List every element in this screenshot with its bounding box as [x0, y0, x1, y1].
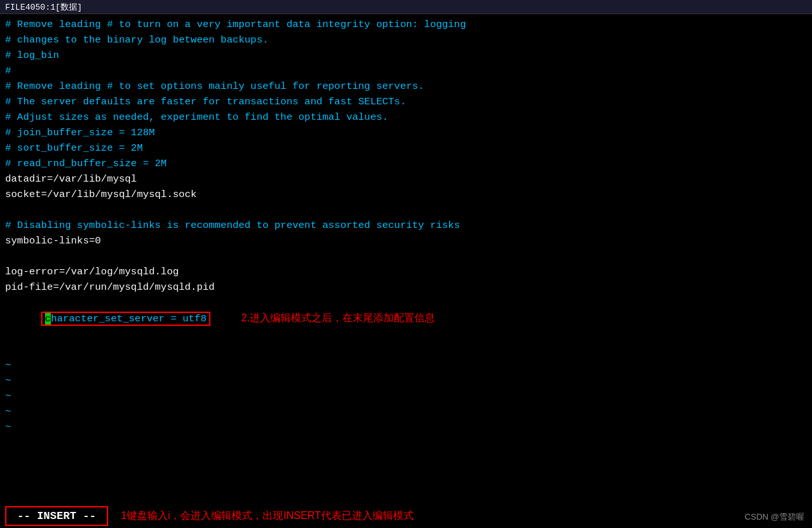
annotation-2: 2.进入编辑模式之后，在末尾添加配置信息 [241, 312, 435, 323]
tilde-line-1: ~ [5, 357, 807, 373]
title-text: FILE4050:1[数据] [5, 1, 82, 13]
insert-badge: -- INSERT -- [5, 506, 108, 526]
code-line-17: log-error=/var/log/mysqld.log [5, 264, 807, 279]
code-line-15: symbolic-links=0 [5, 233, 807, 249]
code-line-7: # Adjust sizes as needed, experiment to … [5, 109, 807, 125]
watermark: CSDN @雪碧喔 [744, 511, 804, 523]
code-line-19: character_set_server = utf82.进入编辑模式之后，在末… [5, 295, 807, 342]
code-line-10: # read_rnd_buffer_size = 2M [5, 156, 807, 171]
code-line-11: datadir=/var/lib/mysql [5, 171, 807, 187]
code-line-2: # changes to the binary log between back… [5, 32, 807, 48]
tilde-line-5: ~ [5, 419, 807, 435]
code-line-8: # join_buffer_size = 128M [5, 125, 807, 140]
tilde-line-4: ~ [5, 404, 807, 419]
code-line-5: # Remove leading # to set options mainly… [5, 79, 807, 94]
code-line-6: # The server defaults are faster for tra… [5, 94, 807, 109]
code-line-empty2 [5, 249, 807, 264]
code-line-empty1 [5, 202, 807, 218]
code-line-14: # Disabling symbolic-links is recommende… [5, 218, 807, 233]
code-text: haracter_set_server = utf8 [51, 313, 207, 325]
code-area: # Remove leading # to turn on a very imp… [0, 14, 812, 437]
cursor: c [45, 313, 51, 325]
insert-annotation: 1键盘输入i，会进入编辑模式，出现INSERT代表已进入编辑模式 [121, 509, 414, 523]
highlighted-code: character_set_server = utf8 [41, 312, 210, 326]
title-bar: FILE4050:1[数据] [0, 0, 812, 14]
tilde-line-3: ~ [5, 388, 807, 404]
code-line-12: socket=/var/lib/mysql/mysql.sock [5, 187, 807, 202]
terminal-window: FILE4050:1[数据] # Remove leading # to tur… [0, 0, 812, 528]
code-line-3: # log_bin [5, 48, 807, 63]
code-line-18: pid-file=/var/run/mysqld/mysqld.pid [5, 279, 807, 295]
code-line-1: # Remove leading # to turn on a very imp… [5, 17, 807, 32]
tilde-line-2: ~ [5, 373, 807, 388]
code-line-9: # sort_buffer_size = 2M [5, 140, 807, 156]
code-line-4: # [5, 63, 807, 79]
code-line-empty3 [5, 342, 807, 357]
insert-bar: -- INSERT -- 1键盘输入i，会进入编辑模式，出现INSERT代表已进… [0, 504, 812, 528]
